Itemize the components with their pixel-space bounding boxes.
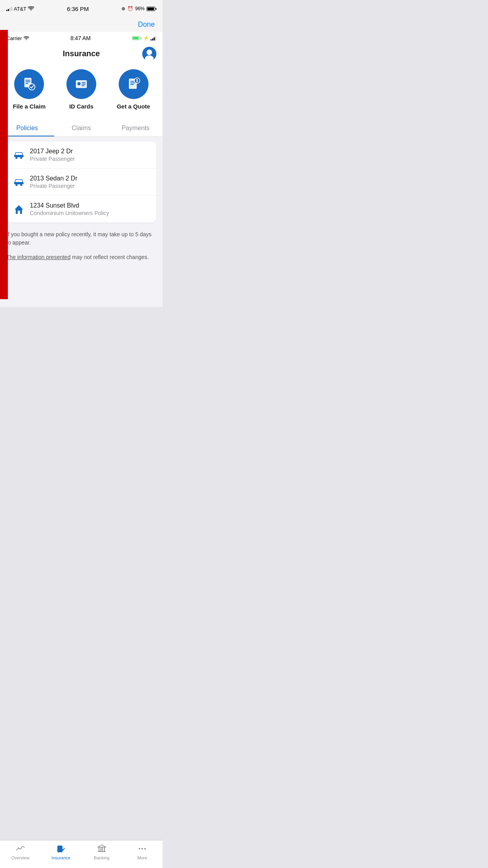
table-row[interactable]: 2017 Jeep 2 Dr Private Passenger [6, 142, 156, 169]
info-text-section: If you bought a new policy recently, it … [0, 227, 163, 268]
svg-rect-30 [18, 211, 20, 214]
id-cards-circle [66, 69, 96, 99]
policy-info: 2013 Sedan 2 Dr Private Passenger [30, 175, 77, 189]
carrier-name: AT&T [14, 6, 26, 12]
inner-time: 8:47 AM [70, 35, 90, 41]
carrier-signal: AT&T [6, 6, 34, 12]
svg-rect-19 [14, 155, 24, 157]
signal-bars-icon [6, 6, 12, 11]
svg-rect-24 [14, 182, 24, 184]
policy-type: Private Passenger [30, 183, 77, 189]
svg-point-26 [20, 184, 22, 186]
svg-rect-27 [16, 180, 18, 182]
svg-point-25 [16, 184, 18, 186]
table-row[interactable]: 2013 Sedan 2 Dr Private Passenger [6, 169, 156, 196]
svg-rect-22 [16, 153, 18, 155]
info-link-text: The information presented may not reflec… [6, 253, 156, 261]
inner-status-bar: Carrier 8:47 AM ⚡ [0, 32, 163, 44]
avatar[interactable] [142, 47, 156, 61]
quick-actions: File a Claim ID Cards [0, 63, 163, 119]
done-button[interactable]: Done [138, 20, 155, 29]
id-cards-button[interactable]: ID Cards [55, 69, 108, 110]
tab-claims[interactable]: Claims [54, 119, 108, 136]
policy-info: 1234 Sunset Blvd Condominium Unitowners … [30, 202, 109, 216]
file-claim-circle [14, 69, 44, 99]
done-bar: Done [0, 17, 163, 32]
policy-name: 2013 Sedan 2 Dr [30, 175, 77, 182]
file-claim-label: File a Claim [13, 103, 46, 110]
policy-type: Condominium Unitowners Policy [30, 210, 109, 216]
charging-icon: ⚡ [143, 35, 149, 41]
svg-text:$: $ [136, 79, 138, 83]
home-icon [13, 204, 24, 214]
inner-signal-bars-icon [150, 36, 156, 40]
svg-rect-23 [19, 153, 22, 155]
car-icon [13, 151, 24, 159]
alarm-icon: ⏰ [127, 6, 133, 11]
app-header: Insurance [0, 44, 163, 63]
page-title: Insurance [63, 49, 100, 58]
new-policy-notice: If you bought a new policy recently, it … [6, 230, 156, 247]
file-claim-icon [21, 76, 37, 92]
battery-icon [147, 7, 156, 11]
policy-name: 2017 Jeep 2 Dr [30, 148, 75, 155]
file-a-claim-button[interactable]: File a Claim [3, 69, 55, 110]
policy-type: Private Passenger [30, 156, 75, 162]
id-cards-icon [73, 76, 89, 92]
wifi-icon [28, 6, 34, 11]
lock-icon: ⊕ [121, 6, 125, 11]
app-container: Carrier 8:47 AM ⚡ [0, 32, 163, 307]
car-icon [13, 178, 24, 186]
svg-point-20 [16, 157, 18, 159]
svg-rect-28 [19, 180, 22, 182]
inner-wifi-icon [24, 36, 29, 40]
get-quote-label: Get a Quote [117, 103, 150, 110]
policies-section: 2017 Jeep 2 Dr Private Passenger [0, 137, 163, 227]
info-link-anchor[interactable]: The information presented [6, 254, 70, 260]
svg-point-21 [20, 157, 22, 159]
tabs-container: Policies Claims Payments [0, 119, 163, 137]
table-row[interactable]: 1234 Sunset Blvd Condominium Unitowners … [6, 196, 156, 223]
inner-battery-icon [132, 36, 140, 40]
inner-carrier-name: Carrier [6, 35, 22, 41]
left-sidebar-peek [0, 30, 8, 299]
policy-info: 2017 Jeep 2 Dr Private Passenger [30, 148, 75, 162]
battery-percent: 96% [135, 6, 145, 11]
outer-status-bar: AT&T 6:36 PM ⊕ ⏰ 96% [0, 0, 163, 17]
id-cards-label: ID Cards [69, 103, 94, 110]
policy-name: 1234 Sunset Blvd [30, 202, 109, 209]
status-icons: ⊕ ⏰ 96% [121, 6, 156, 11]
svg-point-9 [77, 82, 81, 85]
info-link-suffix: may not reflect recent changes. [70, 254, 149, 260]
tab-policies[interactable]: Policies [0, 119, 54, 136]
get-quote-icon: $ [126, 76, 141, 92]
svg-point-1 [147, 50, 152, 55]
get-quote-button[interactable]: $ Get a Quote [107, 69, 160, 110]
get-quote-circle: $ [119, 69, 149, 99]
outer-time: 6:36 PM [67, 6, 89, 12]
bottom-spacer [0, 268, 163, 307]
tab-payments[interactable]: Payments [108, 119, 163, 136]
policies-card: 2017 Jeep 2 Dr Private Passenger [6, 142, 156, 223]
svg-point-7 [29, 84, 35, 90]
